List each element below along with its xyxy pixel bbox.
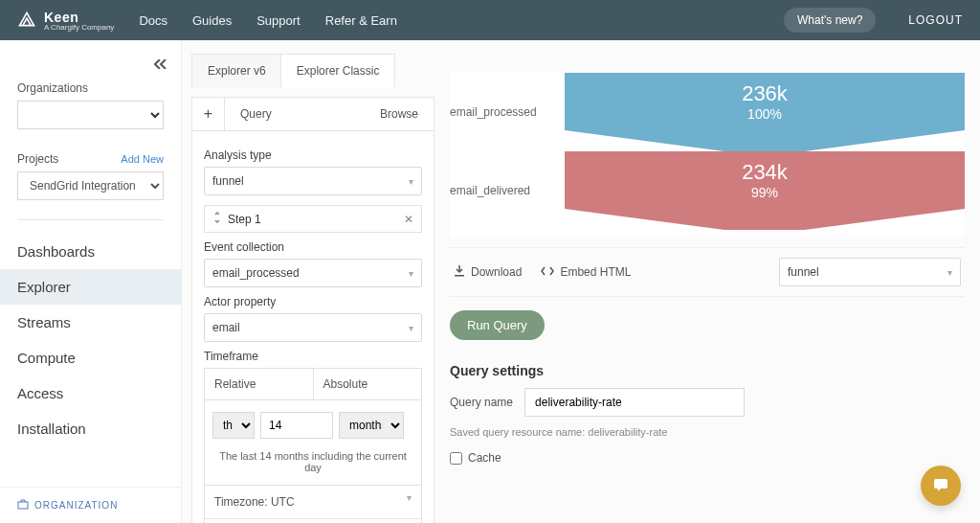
funnel-step-1[interactable]: Step 1 ✕: [204, 205, 422, 233]
timeframe-label: Timeframe: [204, 350, 422, 363]
cache-checkbox[interactable]: [450, 452, 462, 465]
intercom-launcher[interactable]: [921, 466, 961, 506]
timezone-value: Timezone: UTC: [214, 495, 295, 509]
funnel-bar-0: 236k 100%: [565, 73, 965, 130]
explorer-tabs: Explorer v6 Explorer Classic: [191, 54, 395, 87]
briefcase-icon: [17, 499, 29, 512]
organizations-label: Organizations: [17, 81, 88, 95]
funnel-percent-1: 99%: [751, 185, 778, 200]
actor-property-select[interactable]: email ▾: [204, 313, 422, 342]
funnel-value-1: 234k: [742, 160, 788, 185]
nav-support[interactable]: Support: [256, 13, 301, 28]
run-query-button[interactable]: Run Query: [450, 310, 545, 340]
analysis-type-label: Analysis type: [204, 148, 422, 162]
organization-footer[interactable]: ORGANIZATION: [0, 487, 182, 523]
funnel-connector-0: [565, 130, 965, 151]
funnel-value-0: 236k: [742, 81, 788, 106]
timeframe-tab-relative[interactable]: Relative: [205, 369, 314, 399]
timezone-select[interactable]: Timezone: UTC ▾: [204, 486, 422, 519]
download-label: Download: [471, 265, 522, 279]
funnel-step-label: Step 1: [228, 213, 261, 226]
brand-logo[interactable]: Keen A Chargify Company: [17, 10, 114, 32]
tab-explorer-classic[interactable]: Explorer Classic: [280, 54, 396, 88]
event-collection-select[interactable]: email_processed ▾: [204, 259, 422, 287]
code-icon: [541, 265, 554, 279]
projects-select[interactable]: SendGrid Integration: [17, 171, 164, 200]
timeframe-unit-select[interactable]: months: [339, 412, 404, 439]
svg-rect-4: [934, 479, 947, 489]
embed-html-button[interactable]: Embed HTML: [541, 265, 631, 279]
query-name-input[interactable]: [524, 388, 745, 417]
add-project-link[interactable]: Add New: [121, 153, 164, 165]
visualization-type-select[interactable]: funnel ▾: [779, 258, 961, 286]
actor-property-label: Actor property: [204, 295, 422, 308]
sidebar-item-explorer[interactable]: Explorer: [0, 269, 181, 305]
analysis-type-select[interactable]: funnel ▾: [204, 167, 422, 195]
sidebar: Organizations Projects Add New SendGrid …: [0, 40, 182, 523]
sidebar-item-dashboards[interactable]: Dashboards: [0, 234, 181, 269]
brand-subtitle: A Chargify Company: [44, 23, 114, 32]
collapse-sidebar-icon[interactable]: [154, 57, 167, 72]
whats-new-button[interactable]: What's new?: [784, 8, 876, 33]
projects-label: Projects: [17, 152, 58, 166]
sidebar-item-installation[interactable]: Installation: [0, 411, 181, 446]
logout-link[interactable]: LOGOUT: [908, 13, 963, 27]
panel-tab-browse[interactable]: Browse: [365, 98, 434, 130]
organizations-select[interactable]: [17, 101, 164, 129]
event-collection-label: Event collection: [204, 240, 422, 254]
timeframe-description: The last 14 months including the current…: [212, 450, 413, 473]
top-nav: Keen A Chargify Company Docs Guides Supp…: [0, 0, 980, 40]
nav-docs[interactable]: Docs: [139, 13, 167, 28]
timeframe-relativity-select[interactable]: this: [212, 412, 255, 439]
query-settings-heading: Query settings: [450, 363, 965, 378]
query-name-label: Query name: [450, 396, 513, 409]
svg-rect-3: [455, 275, 464, 277]
nav-guides[interactable]: Guides: [192, 13, 232, 28]
funnel-step-label-1: email_delivered: [450, 184, 565, 197]
download-icon: [454, 265, 465, 280]
new-query-button[interactable]: +: [192, 98, 225, 130]
event-collection-value: email_processed: [212, 266, 300, 280]
tab-explorer-v6[interactable]: Explorer v6: [192, 55, 281, 87]
chevron-down-icon: ▾: [407, 491, 412, 502]
funnel-connector-1: [565, 209, 965, 230]
sidebar-menu: Dashboards Explorer Streams Compute Acce…: [0, 234, 181, 446]
visualization-type-value: funnel: [788, 265, 819, 279]
chat-icon: [931, 475, 950, 497]
remove-step-icon[interactable]: ✕: [404, 213, 413, 226]
sidebar-item-streams[interactable]: Streams: [0, 305, 181, 340]
svg-marker-2: [565, 209, 965, 230]
sidebar-item-access[interactable]: Access: [0, 375, 181, 411]
keen-logo-icon: [17, 10, 36, 32]
filters-toggle[interactable]: Filters: [204, 519, 422, 523]
panel-tab-query[interactable]: Query: [225, 98, 287, 130]
embed-label: Embed HTML: [560, 265, 631, 279]
chevron-down-icon: ▾: [409, 176, 413, 187]
funnel-bar-1: 234k 99%: [565, 151, 965, 209]
organization-footer-label: ORGANIZATION: [34, 500, 118, 511]
reorder-icon: [212, 212, 222, 226]
actor-property-value: email: [212, 321, 240, 334]
saved-query-note: Saved query resource name: deliverabilit…: [450, 426, 965, 438]
download-button[interactable]: Download: [454, 265, 522, 280]
cache-label: Cache: [468, 451, 501, 465]
nav-refer[interactable]: Refer & Earn: [325, 13, 397, 28]
svg-marker-1: [565, 130, 965, 151]
svg-rect-0: [18, 502, 28, 509]
timeframe-tab-absolute[interactable]: Absolute: [314, 369, 422, 399]
chevron-down-icon: ▾: [947, 267, 952, 278]
timeframe-amount-input[interactable]: [260, 412, 333, 439]
chevron-down-icon: ▾: [409, 323, 413, 333]
analysis-type-value: funnel: [212, 174, 244, 188]
funnel-chart: email_processed 236k 100% email_delivere…: [450, 73, 965, 238]
funnel-step-label-0: email_processed: [450, 105, 565, 119]
chevron-down-icon: ▾: [409, 268, 413, 279]
funnel-percent-0: 100%: [747, 106, 782, 122]
sidebar-item-compute[interactable]: Compute: [0, 340, 181, 375]
